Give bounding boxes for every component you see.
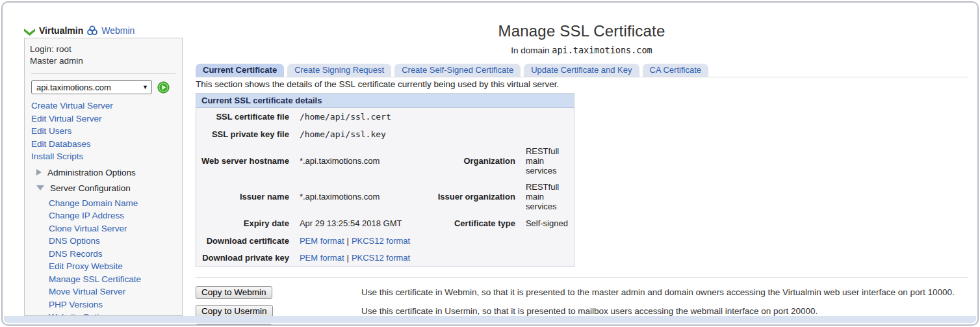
section-divider: [196, 277, 968, 278]
table-row: SSL private key file /home/api/ssl.key: [196, 125, 574, 143]
sidebar-divider: [31, 73, 175, 74]
subtitle-domain: api.taximotions.com: [552, 45, 652, 55]
row-value: PEM format|PKCS12 format: [294, 250, 574, 267]
row-label: Web server hostname: [196, 143, 294, 179]
sidebar-item-php-versions[interactable]: PHP Versions: [30, 298, 178, 311]
sidebar-section-server-configuration[interactable]: Server Configuration: [30, 182, 178, 194]
row-value: PEM format|PKCS12 format: [294, 232, 574, 250]
table-header-row: Current SSL certificate details: [196, 94, 574, 108]
row-value: RESTfull main services: [521, 179, 574, 215]
download-certificate-pkcs12-link[interactable]: PKCS12 format: [352, 236, 410, 246]
link-separator: |: [347, 253, 349, 263]
sidebar-item-change-domain-name[interactable]: Change Domain Name: [30, 197, 178, 210]
action-row-dovecot: Copy to Dovecot Use this certificate in …: [196, 323, 968, 326]
domain-select-value: api.taximotions.com: [36, 83, 111, 92]
sidebar-item-create-virtual-server[interactable]: Create Virtual Server: [30, 99, 178, 112]
tab-ca-certificate[interactable]: CA Certificate: [643, 64, 708, 77]
sidebar-item-dns-records[interactable]: DNS Records: [30, 248, 178, 261]
collapsed-arrow-icon: [36, 169, 42, 176]
row-label: Issuer organization: [423, 179, 521, 215]
sidebar-item-edit-proxy-website[interactable]: Edit Proxy Website: [30, 260, 178, 273]
select-dropdown-arrow-icon: ▼: [142, 84, 148, 90]
link-separator: |: [347, 236, 349, 246]
table-row: Issuer name *.api.taximotions.com Issuer…: [196, 179, 574, 215]
domain-selector-row: api.taximotions.com ▼: [31, 80, 178, 94]
table-row: Download private key PEM format|PKCS12 f…: [196, 250, 574, 267]
row-value: *.api.taximotions.com: [294, 179, 423, 215]
tab-update-certificate-and-key[interactable]: Update Certificate and Key: [524, 64, 639, 77]
window-footer-bar: [4, 316, 976, 323]
table-row: SSL certificate file /home/api/ssl.cert: [196, 108, 574, 125]
sidebar: Login: root Master admin api.taximotions…: [24, 38, 183, 316]
section-label: Administration Options: [47, 166, 136, 179]
download-private-key-pkcs12-link[interactable]: PKCS12 format: [352, 253, 410, 263]
action-description: Use this certificate in Dovecot for SSL-…: [361, 325, 666, 326]
download-private-key-pem-link[interactable]: PEM format: [300, 253, 344, 263]
row-label: Issuer name: [196, 179, 294, 215]
row-label: SSL certificate file: [196, 108, 294, 125]
sidebar-item-edit-databases[interactable]: Edit Databases: [30, 138, 178, 151]
table-row: Web server hostname *.api.taximotions.co…: [196, 143, 574, 179]
row-value: /home/api/ssl.key: [294, 125, 574, 143]
tab-current-certificate[interactable]: Current Certificate: [196, 64, 284, 77]
webmin-link[interactable]: Webmin: [101, 25, 135, 36]
sidebar-section-administration-options[interactable]: Administration Options: [30, 166, 178, 179]
sidebar-item-change-ip-address[interactable]: Change IP Address: [30, 209, 178, 222]
sidebar-item-dns-options[interactable]: DNS Options: [30, 235, 178, 248]
tab-create-signing-request[interactable]: Create Signing Request: [287, 64, 391, 77]
table-header: Current SSL certificate details: [196, 94, 574, 108]
action-row-webmin: Copy to Webmin Use this certificate in W…: [196, 285, 968, 299]
row-value: RESTfull main services: [521, 143, 574, 179]
sidebar-item-manage-ssl-certificate[interactable]: Manage SSL Certificate: [30, 273, 178, 286]
collapse-chevron-icon[interactable]: [24, 27, 35, 34]
row-value: Self-signed: [521, 215, 574, 232]
copy-to-webmin-button[interactable]: Copy to Webmin: [196, 286, 272, 299]
domain-select[interactable]: api.taximotions.com ▼: [31, 80, 152, 94]
row-label: Organization: [423, 143, 521, 179]
tab-bar: Current Certificate Create Signing Reque…: [196, 64, 968, 77]
table-row: Expiry date Apr 29 13:25:54 2018 GMT Cer…: [196, 215, 574, 232]
go-button[interactable]: [157, 81, 170, 94]
subtitle-prefix: In domain: [511, 46, 549, 55]
download-certificate-pem-link[interactable]: PEM format: [300, 236, 344, 246]
page-subtitle: In domain api.taximotions.com: [196, 45, 968, 55]
sidebar-item-clone-virtual-server[interactable]: Clone Virtual Server: [30, 222, 178, 235]
row-label: Download private key: [196, 250, 294, 267]
sidebar-item-edit-users[interactable]: Edit Users: [30, 125, 178, 138]
expanded-arrow-icon: [36, 185, 44, 190]
main-content: Manage SSL Certificate In domain api.tax…: [196, 22, 968, 326]
certificate-details-table: Current SSL certificate details SSL cert…: [196, 93, 574, 267]
role-info: Master admin: [30, 55, 178, 67]
row-label: Certificate type: [423, 215, 521, 232]
row-label: Download certificate: [196, 232, 294, 250]
row-value: Apr 29 13:25:54 2018 GMT: [294, 215, 423, 232]
copy-to-dovecot-button[interactable]: Copy to Dovecot: [196, 324, 272, 326]
virtualmin-logo-text: Virtualmin: [39, 25, 83, 36]
sidebar-item-edit-virtual-server[interactable]: Edit Virtual Server: [30, 112, 178, 125]
row-label: Expiry date: [196, 215, 294, 232]
action-description: Use this certificate in Webmin, so that …: [361, 287, 955, 297]
row-label: SSL private key file: [196, 125, 294, 143]
app-window: Virtualmin Webmin Login: root Master adm…: [1, 1, 979, 326]
section-intro: This section shows the details of the SS…: [196, 79, 968, 89]
webmin-logo-icon: [87, 25, 97, 36]
login-info: Login: root: [30, 44, 178, 55]
sidebar-item-website-options[interactable]: Website Options: [30, 311, 178, 316]
sidebar-item-install-scripts[interactable]: Install Scripts: [30, 150, 178, 163]
row-value: /home/api/ssl.cert: [294, 108, 574, 125]
row-value: *.api.taximotions.com: [294, 143, 423, 179]
page-title: Manage SSL Certificate: [196, 22, 968, 40]
action-description: Use this certificate in Usermin, so that…: [361, 306, 818, 316]
product-header: Virtualmin Webmin: [24, 25, 135, 36]
section-label: Server Configuration: [50, 182, 131, 194]
tab-create-self-signed-certificate[interactable]: Create Self-Signed Certificate: [394, 64, 521, 77]
table-row: Download certificate PEM format|PKCS12 f…: [196, 232, 574, 250]
sidebar-item-move-virtual-server[interactable]: Move Virtual Server: [30, 285, 178, 298]
